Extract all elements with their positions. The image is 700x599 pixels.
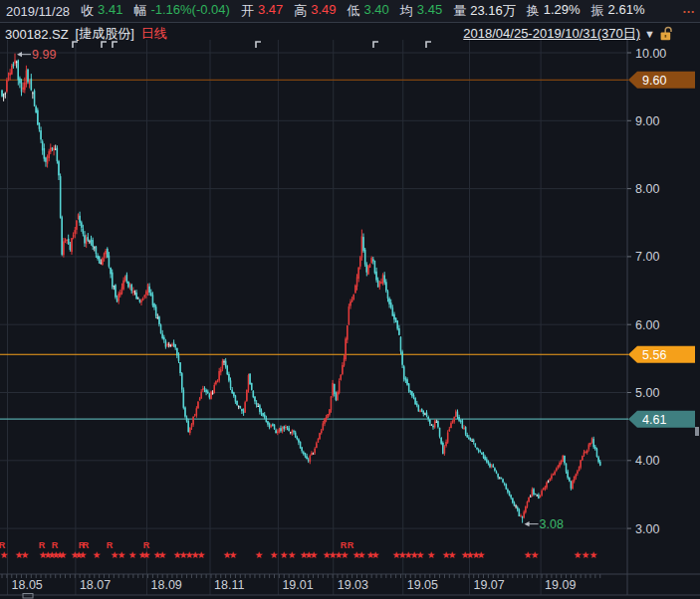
svg-text:★: ★: [128, 549, 137, 560]
svg-text:19.09: 19.09: [545, 578, 576, 592]
axis-scroll-nub: [695, 427, 699, 436]
svg-text:9.60: 9.60: [642, 74, 666, 88]
svg-text:★: ★: [93, 549, 102, 560]
resize-handle: [23, 594, 33, 599]
svg-text:19.05: 19.05: [407, 578, 438, 592]
news-marker-icon: [373, 42, 378, 48]
svg-text:3.00: 3.00: [635, 522, 659, 536]
news-marker-icon: [102, 42, 107, 48]
svg-text:18.07: 18.07: [80, 578, 111, 592]
candlestick-chart[interactable]: 10.009.008.007.006.005.004.003.009.605.5…: [0, 0, 700, 599]
svg-text:★: ★: [255, 549, 264, 560]
svg-text:★: ★: [79, 549, 88, 560]
svg-text:3.08: 3.08: [540, 517, 564, 531]
svg-text:8.00: 8.00: [635, 182, 659, 196]
svg-text:★: ★: [158, 549, 167, 560]
svg-text:★: ★: [21, 549, 30, 560]
svg-text:★: ★: [288, 549, 297, 560]
svg-text:4.00: 4.00: [635, 454, 659, 468]
news-marker-icon: [113, 42, 117, 48]
stock-chart-window: 2019/11/28 收3.41幅-1.16%(-0.04)开3.47高3.49…: [0, 0, 700, 599]
candles: [1, 54, 600, 523]
svg-text:★: ★: [371, 549, 380, 560]
svg-text:9.99: 9.99: [32, 48, 56, 62]
svg-text:6.00: 6.00: [635, 318, 659, 332]
svg-text:★: ★: [341, 549, 350, 560]
svg-text:★: ★: [310, 549, 319, 560]
svg-text:★: ★: [59, 549, 68, 560]
news-marker-icon: [426, 42, 431, 48]
svg-text:7.00: 7.00: [635, 250, 659, 264]
svg-text:★: ★: [589, 549, 598, 560]
svg-text:★: ★: [142, 549, 151, 560]
svg-text:18.11: 18.11: [214, 578, 244, 592]
svg-text:★: ★: [229, 549, 238, 560]
svg-text:18.09: 18.09: [151, 578, 182, 592]
svg-text:19.07: 19.07: [473, 578, 504, 592]
svg-text:★: ★: [197, 549, 206, 560]
svg-text:★: ★: [357, 549, 366, 560]
news-marker-icon: [256, 42, 261, 48]
svg-text:★: ★: [117, 549, 126, 560]
svg-text:★: ★: [427, 549, 436, 560]
svg-text:5.56: 5.56: [642, 348, 666, 362]
svg-text:★: ★: [531, 549, 540, 560]
svg-text:19.03: 19.03: [338, 578, 368, 592]
svg-text:19.01: 19.01: [282, 578, 313, 592]
svg-text:5.00: 5.00: [635, 386, 659, 400]
svg-text:★: ★: [0, 549, 8, 560]
svg-text:★: ★: [448, 549, 457, 560]
svg-text:★: ★: [416, 549, 425, 560]
svg-text:4.61: 4.61: [642, 413, 666, 427]
svg-text:★: ★: [270, 549, 279, 560]
svg-text:★: ★: [477, 549, 486, 560]
svg-text:18.05: 18.05: [12, 578, 43, 592]
svg-text:10.00: 10.00: [635, 47, 666, 61]
svg-text:9.00: 9.00: [635, 114, 659, 128]
